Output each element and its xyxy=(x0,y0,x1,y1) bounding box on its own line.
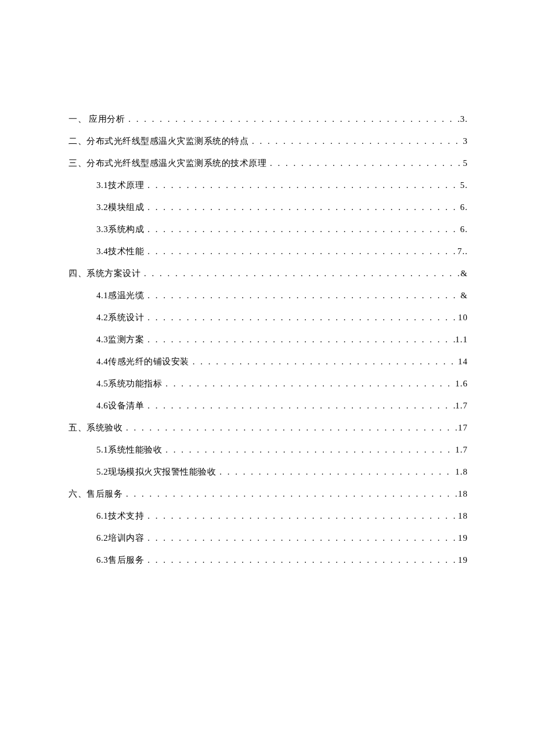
toc-entry-page: 19 xyxy=(458,533,468,543)
toc-leader-dots xyxy=(144,247,457,256)
toc-entry-page: 14 xyxy=(458,357,468,367)
toc-entry: 3.3系统构成6. xyxy=(68,224,468,235)
toc-entry-label: 4.4传感光纤的铺设安装 xyxy=(96,356,189,367)
table-of-contents: 一、 应用分析3.二、分布式光纤线型感温火灾监测系统的特点3三、分布式光纤线型感… xyxy=(68,114,468,566)
toc-entry-page: 3 xyxy=(463,136,468,146)
toc-entry-page: 1.1 xyxy=(455,335,468,345)
toc-leader-dots xyxy=(125,114,460,124)
toc-entry-page: 6. xyxy=(460,225,468,234)
toc-leader-dots xyxy=(144,225,460,234)
toc-leader-dots xyxy=(144,313,458,323)
toc-entry: 6.1技术支持18 xyxy=(68,511,468,522)
toc-entry-label: 4.6设备清单 xyxy=(96,400,144,411)
toc-entry-label: 5.1系统性能验收 xyxy=(96,444,162,455)
toc-leader-dots xyxy=(248,136,463,146)
toc-entry-label: 3.2模块组成 xyxy=(96,202,144,213)
toc-entry-label: 4.2系统设计 xyxy=(96,312,144,323)
toc-entry-label: 6.1技术支持 xyxy=(96,511,144,522)
toc-leader-dots xyxy=(144,291,460,301)
toc-entry-label: 3.3系统构成 xyxy=(96,224,144,235)
toc-entry-page: 1.6 xyxy=(455,379,468,389)
toc-leader-dots xyxy=(144,533,458,543)
toc-entry: 4.3监测方案1.1 xyxy=(68,334,468,345)
toc-entry: 5.1系统性能验收1.7 xyxy=(68,444,468,455)
toc-entry-page: 18 xyxy=(458,511,468,521)
toc-entry-label: 6.2培训内容 xyxy=(96,533,144,544)
toc-leader-dots xyxy=(144,401,455,411)
toc-entry-page: 7.. xyxy=(457,247,468,256)
toc-leader-dots xyxy=(266,158,463,168)
toc-entry-page: 19 xyxy=(458,555,468,565)
toc-leader-dots xyxy=(144,180,460,190)
toc-entry-page: 6. xyxy=(460,202,468,212)
toc-entry-page: 1.7 xyxy=(455,401,468,411)
toc-entry: 4.5系统功能指标1.6 xyxy=(68,378,468,389)
toc-entry: 5.2现场模拟火灾报警性能验收1.8 xyxy=(68,466,468,478)
toc-entry: 六、售后服务18 xyxy=(68,489,468,500)
toc-entry: 6.3售后服务19 xyxy=(68,555,468,566)
toc-entry-label: 一、 应用分析 xyxy=(68,114,125,125)
toc-entry: 4.1感温光缆& xyxy=(68,290,468,301)
toc-leader-dots xyxy=(144,511,458,521)
toc-entry-page: 5 xyxy=(463,158,468,168)
toc-leader-dots xyxy=(162,379,455,389)
toc-entry: 一、 应用分析3. xyxy=(68,114,468,125)
toc-leader-dots xyxy=(189,357,458,367)
toc-entry-page: 3. xyxy=(460,114,468,124)
toc-entry-page: 1.8 xyxy=(455,467,468,477)
toc-entry-page: & xyxy=(460,291,468,301)
toc-entry: 五、系统验收17 xyxy=(68,422,468,433)
toc-entry: 4.2系统设计10 xyxy=(68,312,468,323)
toc-entry-page: 10 xyxy=(458,313,468,323)
toc-entry-label: 4.3监测方案 xyxy=(96,334,144,345)
toc-entry-label: 三、分布式光纤线型感温火灾监测系统的技术原理 xyxy=(68,158,266,169)
toc-entry: 三、分布式光纤线型感温火灾监测系统的技术原理5 xyxy=(68,158,468,169)
toc-entry: 4.6设备清单1.7 xyxy=(68,400,468,411)
toc-entry-label: 4.1感温光缆 xyxy=(96,290,144,301)
toc-entry-label: 5.2现场模拟火灾报警性能验收 xyxy=(96,466,216,478)
toc-entry-label: 四、系统方案设计 xyxy=(68,268,140,279)
toc-entry: 3.4技术性能7.. xyxy=(68,246,468,257)
toc-entry-page: 18 xyxy=(458,489,468,499)
toc-entry: 4.4传感光纤的铺设安装14 xyxy=(68,356,468,367)
toc-entry-label: 3.1技术原理 xyxy=(96,180,144,191)
toc-leader-dots xyxy=(140,269,460,278)
toc-entry-label: 二、分布式光纤线型感温火灾监测系统的特点 xyxy=(68,136,248,147)
toc-entry: 二、分布式光纤线型感温火灾监测系统的特点3 xyxy=(68,136,468,147)
toc-entry-label: 六、售后服务 xyxy=(68,489,122,500)
toc-entry-page: 5. xyxy=(460,180,468,190)
toc-entry-page: 1.7 xyxy=(455,445,468,455)
toc-leader-dots xyxy=(122,489,458,499)
toc-entry: 3.1技术原理5. xyxy=(68,180,468,191)
toc-entry: 6.2培训内容19 xyxy=(68,533,468,544)
toc-entry-label: 3.4技术性能 xyxy=(96,246,144,257)
toc-leader-dots xyxy=(144,555,458,565)
toc-entry: 3.2模块组成6. xyxy=(68,202,468,213)
toc-leader-dots xyxy=(216,467,455,477)
toc-leader-dots xyxy=(122,423,458,433)
toc-entry-page: & xyxy=(460,269,468,278)
toc-entry-label: 6.3售后服务 xyxy=(96,555,144,566)
toc-entry-label: 4.5系统功能指标 xyxy=(96,378,162,389)
toc-leader-dots xyxy=(162,445,455,455)
toc-entry-page: 17 xyxy=(458,423,468,433)
toc-leader-dots xyxy=(144,202,460,212)
toc-entry: 四、系统方案设计& xyxy=(68,268,468,279)
toc-entry-label: 五、系统验收 xyxy=(68,422,122,433)
toc-leader-dots xyxy=(144,335,455,345)
